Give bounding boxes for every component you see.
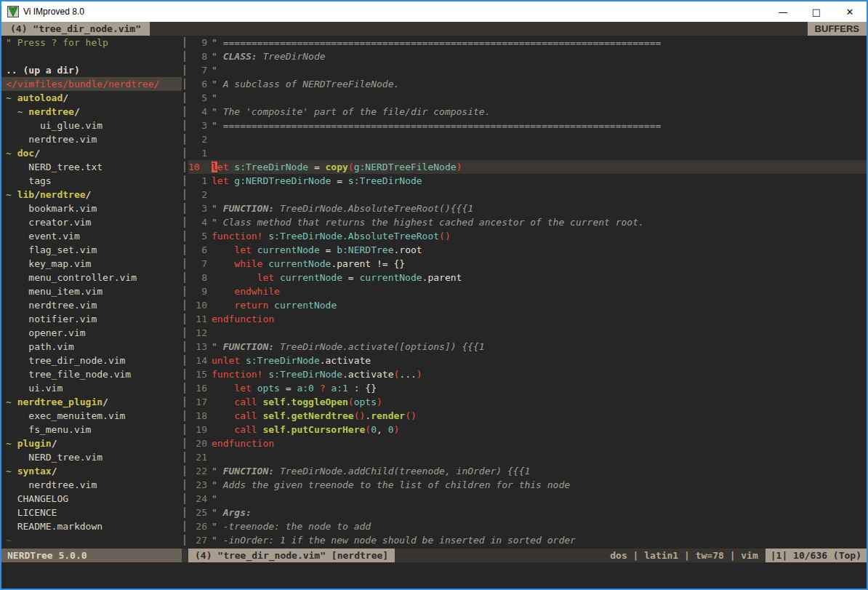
tree-item[interactable]: tree_dir_node.vim bbox=[6, 354, 182, 367]
code-line[interactable]: 11endfunction bbox=[188, 312, 867, 326]
code-line[interactable]: 12 bbox=[188, 326, 867, 340]
tree-item[interactable]: ui.vim bbox=[6, 381, 182, 395]
tree-item[interactable]: key_map.vim bbox=[6, 257, 182, 271]
tree-item[interactable]: ui_glue.vim bbox=[6, 119, 182, 132]
tree-item[interactable]: LICENCE bbox=[6, 506, 182, 519]
code-text: call bbox=[212, 396, 257, 407]
gvim-window: Vi IMproved 8.0 — □ ✕ (4) "tree_dir_node… bbox=[0, 0, 868, 590]
tree-item[interactable]: ~ bbox=[6, 533, 182, 547]
tree-item[interactable]: nerdtree.vim bbox=[6, 132, 182, 146]
code-line[interactable]: 15function! s:TreeDirNode.activate(...) bbox=[188, 367, 867, 381]
code-line[interactable]: 8" CLASS: TreeDirNode bbox=[188, 49, 867, 63]
main-area: " Press ? for help.. (up a dir)</vimfile… bbox=[1, 36, 867, 549]
minimize-button[interactable]: — bbox=[766, 1, 800, 22]
code-line[interactable]: 1let g:NERDTreeDirNode = s:TreeDirNode bbox=[188, 174, 867, 188]
tree-item[interactable]: NERD_tree.vim bbox=[6, 450, 182, 464]
tree-item[interactable]: NERD_tree.txt bbox=[6, 160, 182, 174]
line-number: 22 bbox=[188, 464, 207, 478]
tree-item[interactable]: opener.vim bbox=[6, 326, 182, 340]
line-number: 2 bbox=[188, 132, 207, 146]
code-line[interactable]: 25" Args: bbox=[188, 506, 867, 519]
code-line[interactable]: 22" FUNCTION: TreeDirNode.addChild(treen… bbox=[188, 464, 867, 478]
code-text: render bbox=[371, 410, 405, 421]
tree-item[interactable]: CHANGELOG bbox=[6, 492, 182, 506]
code-line[interactable]: 1 bbox=[188, 146, 867, 160]
code-line[interactable]: 4" Class method that returns the highest… bbox=[188, 215, 867, 229]
line-number: 6 bbox=[188, 77, 207, 91]
code-line[interactable]: 5function! s:TreeDirNode.AbsoluteTreeRoo… bbox=[188, 229, 867, 243]
code-line[interactable]: 21 bbox=[188, 450, 867, 464]
code-line[interactable]: 26" -treenode: the node to add bbox=[188, 519, 867, 533]
code-text: = bbox=[308, 162, 325, 172]
code-line[interactable]: 13" FUNCTION: TreeDirNode.activate([opti… bbox=[188, 340, 867, 354]
code-line[interactable]: 17 call self.toggleOpen(opts) bbox=[188, 395, 867, 409]
tree-item[interactable]: tags bbox=[6, 174, 182, 188]
tree-item[interactable] bbox=[6, 49, 182, 63]
tree-item[interactable]: path.vim bbox=[6, 340, 182, 354]
tree-item[interactable]: ~ syntax/ bbox=[6, 464, 182, 478]
tree-item[interactable]: notifier.vim bbox=[6, 312, 182, 326]
maximize-button[interactable]: □ bbox=[800, 1, 833, 22]
code-line[interactable]: 20endfunction bbox=[188, 436, 867, 450]
code-line[interactable]: 5" bbox=[188, 91, 867, 105]
code-line[interactable]: 19 call self.putCursorHere(0, 0) bbox=[188, 423, 867, 436]
code-line[interactable]: 27" -inOrder: 1 if the new node should b… bbox=[188, 533, 867, 547]
code-line[interactable]: 16 let opts = a:0 ? a:1 : {} bbox=[188, 381, 867, 395]
tree-item-text: nerdtree bbox=[28, 106, 74, 117]
code-line[interactable]: 14unlet s:TreeDirNode.activate bbox=[188, 354, 867, 367]
line-number: 20 bbox=[188, 436, 207, 450]
tree-item[interactable]: nerdtree.vim bbox=[6, 478, 182, 492]
tree-item[interactable]: ~ nerdtree_plugin/ bbox=[6, 395, 182, 409]
command-line[interactable] bbox=[1, 562, 867, 589]
code-line[interactable]: 7 while currentNode.parent != {} bbox=[188, 257, 867, 271]
line-number: 1 bbox=[188, 174, 207, 188]
tree-item[interactable]: bookmark.vim bbox=[6, 202, 182, 215]
tree-item[interactable]: ~ plugin/ bbox=[6, 436, 182, 450]
code-line[interactable]: 2 bbox=[188, 132, 867, 146]
tree-item[interactable]: " Press ? for help bbox=[6, 36, 182, 49]
tree-item[interactable]: exec_menuitem.vim bbox=[6, 409, 182, 423]
line-number: 18 bbox=[188, 409, 207, 423]
code-line[interactable]: 9 endwhile bbox=[188, 284, 867, 298]
close-button[interactable]: ✕ bbox=[833, 1, 867, 22]
code-line[interactable]: 24" bbox=[188, 492, 867, 506]
tree-item[interactable]: fs_menu.vim bbox=[6, 423, 182, 436]
code-line[interactable]: 7" bbox=[188, 63, 867, 77]
tree-item[interactable]: README.markdown bbox=[6, 519, 182, 533]
code-line[interactable]: 8 let currentNode = currentNode.parent bbox=[188, 271, 867, 284]
tree-item[interactable]: ~ doc/ bbox=[6, 146, 182, 160]
tree-item-text: bookmark.vim bbox=[6, 203, 97, 214]
tree-item-text: nerdtree bbox=[40, 189, 86, 200]
code-line[interactable]: 23" Adds the given treenode to the list … bbox=[188, 478, 867, 492]
code-line[interactable]: 2 bbox=[188, 188, 867, 202]
code-text bbox=[252, 383, 257, 394]
code-text: b:NERDTree bbox=[337, 244, 393, 255]
tree-item[interactable]: creator.vim bbox=[6, 215, 182, 229]
code-line[interactable]: 6 let currentNode = b:NERDTree.root bbox=[188, 243, 867, 257]
tree-item[interactable]: .. (up a dir) bbox=[6, 63, 182, 77]
window-split-separator[interactable] bbox=[182, 36, 188, 549]
code-text: " The 'composite' part of the file/dir c… bbox=[212, 106, 491, 117]
tab-tree-dir-node[interactable]: (4) "tree_dir_node.vim" bbox=[1, 22, 150, 36]
tree-item[interactable]: menu_controller.vim bbox=[6, 271, 182, 284]
tree-item[interactable]: tree_file_node.vim bbox=[6, 367, 182, 381]
tree-root-item[interactable]: </vimfiles/bundle/nerdtree/ bbox=[1, 77, 182, 91]
tree-item[interactable]: ~ autoload/ bbox=[6, 91, 182, 105]
code-line[interactable]: 6" A subclass of NERDTreeFileNode. bbox=[188, 77, 867, 91]
code-line-current[interactable]: 10let s:TreeDirNode = copy(g:NERDTreeFil… bbox=[188, 160, 867, 174]
tree-item[interactable]: nerdtree.vim bbox=[6, 298, 182, 312]
tree-item[interactable]: menu_item.vim bbox=[6, 284, 182, 298]
code-line[interactable]: 18 call self.getNerdtree().render() bbox=[188, 409, 867, 423]
tree-item[interactable]: flag_set.vim bbox=[6, 243, 182, 257]
tree-item-text: / bbox=[52, 438, 57, 449]
code-line[interactable]: 3" =====================================… bbox=[188, 119, 867, 132]
code-line[interactable]: 9" =====================================… bbox=[188, 36, 867, 49]
code-line[interactable]: 4" The 'composite' part of the file/dir … bbox=[188, 105, 867, 119]
tree-item[interactable]: ~ nerdtree/ bbox=[6, 105, 182, 119]
tree-item[interactable]: ~ lib/nerdtree/ bbox=[6, 188, 182, 202]
code-line[interactable]: 10 return currentNode bbox=[188, 298, 867, 312]
code-line[interactable]: 3" FUNCTION: TreeDirNode.AbsoluteTreeRoo… bbox=[188, 202, 867, 215]
tree-item[interactable]: event.vim bbox=[6, 229, 182, 243]
code-text: .root bbox=[393, 244, 422, 255]
buffers-label[interactable]: BUFFERS bbox=[808, 22, 867, 36]
